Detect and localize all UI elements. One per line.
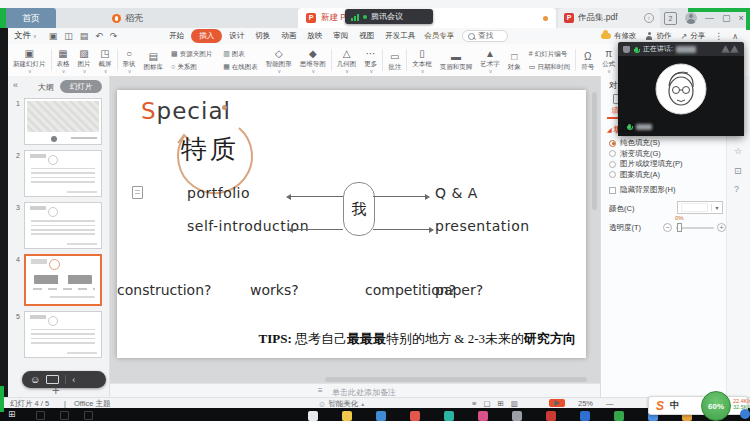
- ribbon-button[interactable]: [331, 49, 332, 71]
- question-label[interactable]: works?: [250, 282, 299, 298]
- search-input[interactable]: 查找: [462, 30, 508, 42]
- ribbon-button[interactable]: ⋯ 更多 ∨: [361, 47, 380, 74]
- help-icon[interactable]: ?: [734, 184, 739, 194]
- file-menu[interactable]: 文件 ∨: [14, 30, 37, 42]
- taskbar-app-icon[interactable]: [444, 411, 454, 421]
- slide-thumbnail[interactable]: 4: [12, 254, 102, 306]
- view-mode-button[interactable]: ⊞: [497, 399, 503, 408]
- slide-thumbnail[interactable]: 2: [12, 150, 102, 197]
- zoom-out-button[interactable]: —: [606, 399, 614, 408]
- ribbon-tab[interactable]: 视图: [355, 30, 378, 42]
- taskbar-app-icon[interactable]: [512, 411, 522, 421]
- slide-title-chinese[interactable]: 特质: [181, 132, 239, 167]
- quick-action-icon[interactable]: ◫: [64, 29, 73, 43]
- slide-thumbnail[interactable]: 3: [12, 202, 102, 249]
- favorites-icon[interactable]: ☆: [734, 146, 742, 156]
- slide-thumbnail[interactable]: 1: [12, 98, 102, 145]
- taskbar-app-icon[interactable]: [478, 411, 488, 421]
- transparency-increase-button[interactable]: +: [717, 223, 726, 232]
- color-dropdown[interactable]: ▾: [677, 201, 723, 214]
- taskbar-app-icon[interactable]: [546, 411, 556, 421]
- collapse-chevron-icon[interactable]: ‹: [72, 375, 75, 385]
- meeting-status-pill[interactable]: 腾讯会议: [345, 9, 433, 24]
- chinese-mode-indicator[interactable]: 中: [670, 399, 679, 412]
- meeting-video-overlay[interactable]: 正在讲话:: [618, 42, 744, 136]
- pdf-info-icon[interactable]: i: [644, 13, 654, 23]
- tab-pdf-document[interactable]: P 作品集.pdf i: [558, 8, 660, 28]
- tray-app-icon[interactable]: [740, 409, 750, 419]
- diagram-center-node[interactable]: 我: [343, 182, 375, 236]
- ribbon-button[interactable]: ▯ 文本框 ∨: [409, 47, 435, 74]
- transparency-decrease-button[interactable]: −: [663, 223, 672, 232]
- ribbon-button[interactable]: ◆ 思维导图 ∨: [297, 47, 329, 74]
- question-label[interactable]: paper?: [435, 282, 483, 298]
- meeting-reaction-bar[interactable]: ☺ ‹: [22, 371, 106, 388]
- ribbon-button[interactable]: ▤ 图标库: [141, 50, 167, 71]
- fill-option-radio[interactable]: 图片或纹理填充(P): [609, 159, 683, 170]
- ribbon-button[interactable]: ◇ 智能图形 ∨: [263, 47, 295, 74]
- ribbon-button[interactable]: [51, 49, 52, 71]
- notes-bar[interactable]: ≡ 单击此处添加备注: [110, 383, 600, 397]
- fill-option-radio[interactable]: 纯色填充(S): [609, 138, 683, 149]
- ribbon-button[interactable]: Ω 符号: [578, 50, 597, 71]
- ribbon-button[interactable]: ▣ 新建幻灯片 ∨: [10, 47, 49, 74]
- quick-action-icon[interactable]: ↷: [110, 29, 118, 43]
- fill-option-radio[interactable]: 图案填充(A): [609, 170, 683, 181]
- share-button[interactable]: ↗ 分享: [680, 31, 705, 41]
- ribbon-tab[interactable]: 动画: [277, 30, 300, 42]
- quick-action-icon[interactable]: ▤: [80, 29, 89, 43]
- ribbon-button[interactable]: ○ 形状 ∨: [120, 47, 139, 74]
- ribbon-button[interactable]: ▦ 表格 ∨: [54, 47, 73, 74]
- quick-action-icon[interactable]: ▣: [49, 29, 58, 43]
- question-label[interactable]: construction?: [117, 282, 212, 298]
- ribbon-button[interactable]: ▭ 批注: [385, 50, 404, 71]
- ribbon-tab[interactable]: 开始: [165, 30, 188, 42]
- taskbar-icon[interactable]: [84, 411, 93, 420]
- fill-option-radio[interactable]: 渐变填充(G): [609, 149, 683, 160]
- diagram-label-presentation[interactable]: presentation: [435, 218, 530, 234]
- bottom-question-row[interactable]: works?competition?paper?construction?: [117, 282, 586, 298]
- ribbon-button[interactable]: [575, 49, 576, 71]
- ribbon-tab[interactable]: 放映: [303, 30, 326, 42]
- start-button[interactable]: ⊞: [8, 409, 16, 419]
- slide-canvas[interactable]: Special 特质 portfolio self-introduction Q…: [117, 90, 586, 358]
- view-mode-button[interactable]: ▥: [511, 399, 518, 408]
- taskbar-app-icon[interactable]: [580, 411, 590, 421]
- diagram-label-portfolio[interactable]: portfolio: [187, 185, 250, 201]
- ribbon-button[interactable]: π 公式 ∨: [599, 47, 616, 74]
- caption-icon[interactable]: [46, 375, 59, 384]
- ribbon-button[interactable]: ▩ 资源夹图片 ○ 关系图: [168, 48, 218, 72]
- maximize-button[interactable]: ▢: [722, 10, 731, 26]
- ribbon-button[interactable]: □ 对象: [505, 50, 524, 71]
- ribbon-tab[interactable]: 插入: [191, 29, 222, 43]
- ribbon-button[interactable]: ▬ 页眉和页脚: [437, 50, 476, 71]
- zoom-level[interactable]: 25%: [578, 399, 593, 408]
- hide-background-checkbox[interactable]: 隐藏背景图形(H): [609, 185, 675, 195]
- close-button[interactable]: ×: [739, 10, 744, 26]
- diagram-label-qa[interactable]: Q & A: [435, 185, 478, 201]
- horizontal-scrollbar[interactable]: [325, 377, 587, 382]
- collapse-ribbon-button[interactable]: ∧: [732, 32, 738, 41]
- ribbon-button[interactable]: [117, 49, 118, 71]
- vip-menu[interactable]: 会员专享: [424, 31, 454, 41]
- outline-view-toggle[interactable]: 大纲: [38, 82, 54, 93]
- taskbar-icon[interactable]: [60, 411, 69, 420]
- tab-docer[interactable]: 稻壳: [112, 8, 143, 28]
- ribbon-button[interactable]: ▥ 图表 ▦ 在线图表: [220, 48, 261, 72]
- meeting-video-area[interactable]: [618, 56, 744, 136]
- memory-speedup-ball[interactable]: 60%: [701, 391, 731, 421]
- meeting-overlay-header[interactable]: 正在讲话:: [618, 42, 744, 56]
- slideshow-play-button[interactable]: ▶: [549, 399, 565, 407]
- minimize-button[interactable]: —: [705, 10, 714, 26]
- taskbar-app-icon[interactable]: [614, 411, 624, 421]
- ribbon-button[interactable]: ▲ 艺术字 ∨: [477, 47, 503, 74]
- expand-panel-icon[interactable]: ⊡: [734, 166, 742, 176]
- ribbon-button[interactable]: △ 几何图 ∨: [334, 47, 360, 74]
- taskbar-app-icon[interactable]: [410, 411, 420, 421]
- slide-thumbnail[interactable]: 5: [12, 311, 102, 358]
- taskbar-app-icon[interactable]: [376, 411, 386, 421]
- slides-view-toggle[interactable]: 幻灯片: [60, 80, 102, 93]
- view-mode-button[interactable]: ▢: [483, 399, 490, 408]
- ribbon-button[interactable]: # 幻灯片编号 ▭ 日期和时间: [526, 48, 573, 72]
- taskbar-icon[interactable]: [36, 411, 45, 420]
